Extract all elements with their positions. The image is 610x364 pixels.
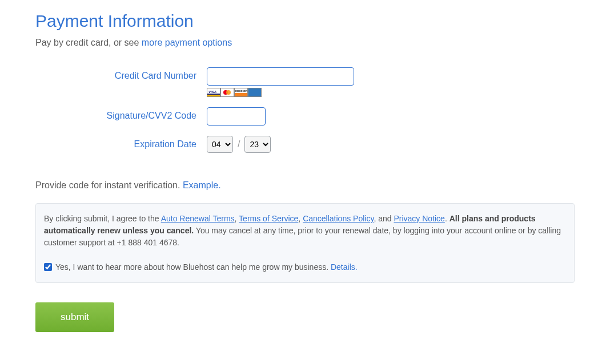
marketing-consent-checkbox[interactable] — [44, 263, 52, 271]
consent-label: Yes, I want to hear more about how Blueh… — [55, 261, 358, 273]
auto-renewal-link[interactable]: Auto Renewal Terms — [161, 214, 235, 223]
terms-sep1: , — [235, 214, 239, 223]
cvv-label: Signature/CVV2 Code — [35, 107, 207, 121]
cc-number-input[interactable] — [207, 67, 354, 86]
cc-number-label: Credit Card Number — [35, 67, 207, 81]
exp-year-select[interactable]: 23 — [244, 136, 271, 153]
verify-text: Provide code for instant verification. E… — [35, 180, 575, 191]
expiration-label: Expiration Date — [35, 136, 207, 149]
more-payment-options-link[interactable]: more payment options — [142, 38, 232, 47]
terms-box: By clicking submit, I agree to the Auto … — [35, 203, 575, 283]
tos-link[interactable]: Terms of Service — [239, 214, 298, 223]
consent-text: Yes, I want to hear more about how Blueh… — [55, 262, 331, 272]
card-icons — [207, 88, 262, 97]
mastercard-icon — [220, 88, 234, 97]
verify-prefix: Provide code for instant verification. — [35, 180, 183, 190]
example-link[interactable]: Example. — [183, 180, 221, 190]
amex-icon — [248, 88, 262, 97]
privacy-link[interactable]: Privacy Notice — [394, 214, 444, 223]
exp-month-select[interactable]: 04 — [207, 136, 233, 153]
terms-prefix: By clicking submit, I agree to the — [44, 214, 161, 223]
page-title: Payment Information — [35, 11, 575, 31]
visa-icon — [207, 88, 220, 97]
date-separator: / — [238, 139, 240, 149]
subtitle-text: Pay by credit card, or see — [35, 38, 142, 47]
terms-sep2: , — [298, 214, 303, 223]
terms-period: . — [445, 214, 450, 223]
terms-paragraph: By clicking submit, I agree to the Auto … — [44, 213, 566, 249]
cancellation-link[interactable]: Cancellations Policy — [303, 214, 374, 223]
details-link[interactable]: Details. — [331, 262, 358, 272]
cvv-input[interactable] — [207, 107, 266, 126]
subtitle: Pay by credit card, or see more payment … — [35, 38, 575, 48]
terms-sep3: , and — [374, 214, 394, 223]
submit-button[interactable]: submit — [35, 302, 114, 332]
discover-icon — [234, 88, 248, 97]
